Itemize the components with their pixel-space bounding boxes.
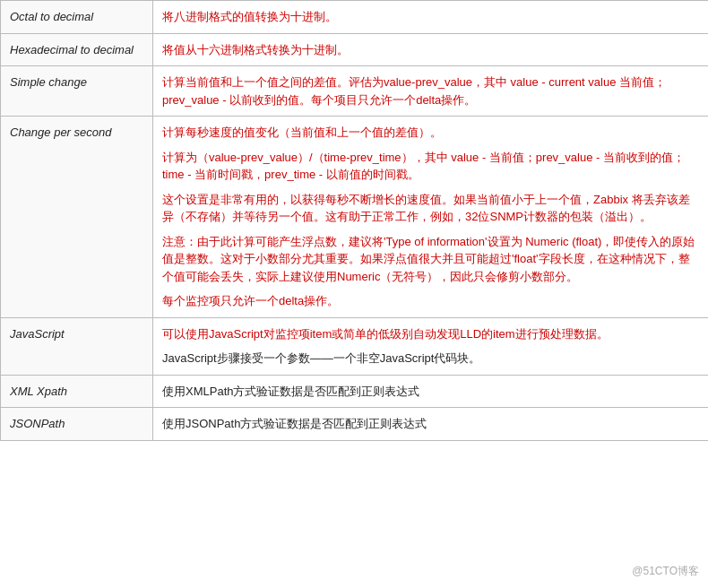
desc-paragraph: 计算当前值和上一个值之间的差值。评估为value-prev_value，其中 v…	[162, 74, 699, 108]
desc-paragraph: 将八进制格式的值转换为十进制。	[162, 8, 699, 26]
row-name-jsonpath: JSONPath	[1, 408, 153, 441]
desc-paragraph: 使用JSONPath方式验证数据是否匹配到正则表达式	[162, 415, 699, 433]
table-row: Simple change计算当前值和上一个值之间的差值。评估为value-pr…	[1, 66, 709, 117]
row-name-xml-xpath: XML Xpath	[1, 375, 153, 408]
table-row: Octal to decimal将八进制格式的值转换为十进制。	[1, 1, 709, 34]
row-name-hexadecimal-to-decimal: Hexadecimal to decimal	[1, 33, 153, 66]
desc-paragraph: 每个监控项只允许一个delta操作。	[162, 292, 699, 310]
desc-paragraph: JavaScript步骤接受一个参数——一个非空JavaScript代码块。	[162, 350, 699, 368]
row-name-octal-to-decimal: Octal to decimal	[1, 1, 153, 34]
table-row: JSONPath使用JSONPath方式验证数据是否匹配到正则表达式	[1, 408, 709, 441]
desc-paragraph: 将值从十六进制格式转换为十进制。	[162, 41, 699, 59]
row-name-change-per-second: Change per second	[1, 117, 153, 318]
desc-paragraph: 计算为（value-prev_value）/（time-prev_time），其…	[162, 149, 699, 184]
desc-paragraph: 这个设置是非常有用的，以获得每秒不断增长的速度值。如果当前值小于上一个值，Zab…	[162, 191, 699, 226]
desc-paragraph: 计算每秒速度的值变化（当前值和上一个值的差值）。	[162, 124, 699, 142]
table-row: Hexadecimal to decimal将值从十六进制格式转换为十进制。	[1, 33, 709, 66]
content-table: Octal to decimal将八进制格式的值转换为十进制。Hexadecim…	[0, 0, 708, 441]
desc-paragraph: 使用XMLPath方式验证数据是否匹配到正则表达式	[162, 383, 699, 401]
desc-paragraph: 可以使用JavaScript对监控项item或简单的低级别自动发现LLD的ite…	[162, 325, 699, 343]
row-desc-jsonpath: 使用JSONPath方式验证数据是否匹配到正则表达式	[153, 408, 709, 441]
row-name-javascript: JavaScript	[1, 317, 153, 375]
row-desc-javascript: 可以使用JavaScript对监控项item或简单的低级别自动发现LLD的ite…	[153, 317, 709, 375]
row-name-simple-change: Simple change	[1, 66, 153, 117]
main-container: Octal to decimal将八进制格式的值转换为十进制。Hexadecim…	[0, 0, 708, 588]
table-row: XML Xpath使用XMLPath方式验证数据是否匹配到正则表达式	[1, 375, 709, 408]
row-desc-xml-xpath: 使用XMLPath方式验证数据是否匹配到正则表达式	[153, 375, 709, 408]
watermark: @51CTO博客	[632, 564, 699, 579]
row-desc-change-per-second: 计算每秒速度的值变化（当前值和上一个值的差值）。计算为（value-prev_v…	[153, 117, 709, 318]
table-row: Change per second计算每秒速度的值变化（当前值和上一个值的差值）…	[1, 117, 709, 318]
table-row: JavaScript可以使用JavaScript对监控项item或简单的低级别自…	[1, 317, 709, 375]
desc-paragraph: 注意：由于此计算可能产生浮点数，建议将'Type of information'…	[162, 233, 699, 286]
row-desc-hexadecimal-to-decimal: 将值从十六进制格式转换为十进制。	[153, 33, 709, 66]
row-desc-simple-change: 计算当前值和上一个值之间的差值。评估为value-prev_value，其中 v…	[153, 66, 709, 117]
row-desc-octal-to-decimal: 将八进制格式的值转换为十进制。	[153, 1, 709, 34]
